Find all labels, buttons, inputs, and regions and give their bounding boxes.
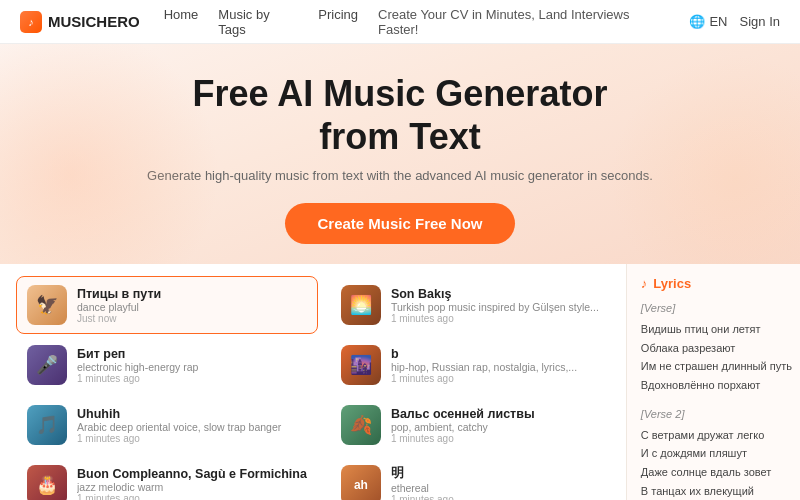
music-item-rap[interactable]: 🎤 Бит реп electronic high-energy rap 1 m… [16,336,318,394]
music-info-b: b hip-hop, Russian rap, nostalgia, lyric… [391,347,599,384]
music-info-son: Son Bakış Turkish pop music inspired by … [391,287,599,324]
music-item-waltz[interactable]: 🍂 Вальс осенней листвы pop, ambient, cat… [330,396,610,454]
nav-right: 🌐 EN Sign In [689,14,780,29]
music-tags-son: Turkish pop music inspired by Gülşen sty… [391,301,599,313]
lyrics-section-verse2: [Verse 2] С ветрами дружат легко И с дож… [641,405,800,500]
lyrics-label-verse2: [Verse 2] [641,405,800,424]
hero-title-line2: from Text [319,116,480,157]
thumb-rap: 🎤 [27,345,67,385]
music-item-b[interactable]: 🌆 b hip-hop, Russian rap, nostalgia, lyr… [330,336,610,394]
music-item-birds[interactable]: 🦅 Птицы в пути dance playful Just now [16,276,318,334]
cta-button[interactable]: Create Music Free Now [285,203,514,244]
hero-title: Free AI Music Generator from Text [20,72,780,158]
music-time-b: 1 minutes ago [391,373,599,384]
thumb-birds: 🦅 [27,285,67,325]
lyrics-line-v1-1: Видишь птиц они летят [641,320,800,339]
lyrics-line-v1-4: Вдохновлённо порхают [641,376,800,395]
music-title-rap: Бит реп [77,347,307,361]
signin-button[interactable]: Sign In [740,14,780,29]
lyrics-line-v2-2: И с дождями пляшут [641,444,800,463]
music-col-1: 🦅 Птицы в пути dance playful Just now 🎤 … [16,276,318,500]
music-note-icon: ♪ [641,276,648,291]
music-item-ah[interactable]: ah 明 ethereal 1 minutes ago [330,456,610,500]
music-col-2: 🌅 Son Bakış Turkish pop music inspired b… [330,276,610,500]
music-tags-waltz: pop, ambient, catchy [391,421,599,433]
music-list: 🦅 Птицы в пути dance playful Just now 🎤 … [0,264,626,500]
music-tags-rap: electronic high-energy rap [77,361,307,373]
music-tags-buon: jazz melodic warm [77,481,307,493]
nav-music-by-tags[interactable]: Music by Tags [218,7,298,37]
music-tags-birds: dance playful [77,301,307,313]
music-info-rap: Бит реп electronic high-energy rap 1 min… [77,347,307,384]
hero-section: Free AI Music Generator from Text Genera… [0,44,800,264]
music-item-son[interactable]: 🌅 Son Bakış Turkish pop music inspired b… [330,276,610,334]
music-title-son: Son Bakış [391,287,599,301]
music-info-birds: Птицы в пути dance playful Just now [77,287,307,324]
lyrics-label-verse1: [Verse] [641,299,800,318]
lyrics-line-v2-4: В танцах их влекущий [641,482,800,500]
music-title-ah: 明 [391,465,599,482]
music-title-birds: Птицы в пути [77,287,307,301]
thumb-waltz: 🍂 [341,405,381,445]
nav-links: Home Music by Tags Pricing Create Your C… [164,7,666,37]
music-tags-uhuhih: Arabic deep oriental voice, slow trap ba… [77,421,307,433]
music-title-waltz: Вальс осенней листвы [391,407,599,421]
lyrics-panel: ♪ Lyrics [Verse] Видишь птиц они летят О… [626,264,800,500]
hero-subtitle: Generate high-quality music from text wi… [20,168,780,183]
music-time-ah: 1 minutes ago [391,494,599,500]
lyrics-line-v2-1: С ветрами дружат легко [641,426,800,445]
music-title-b: b [391,347,599,361]
music-title-uhuhih: Uhuhih [77,407,307,421]
music-time-waltz: 1 minutes ago [391,433,599,444]
language-selector[interactable]: 🌐 EN [689,14,727,29]
hero-title-line1: Free AI Music Generator [193,73,608,114]
music-info-buon: Buon Compleanno, Sagù e Formichina jazz … [77,467,307,500]
nav-pricing[interactable]: Pricing [318,7,358,37]
lyrics-line-v1-2: Облака разрезают [641,339,800,358]
music-info-ah: 明 ethereal 1 minutes ago [391,465,599,500]
content-area: 🦅 Птицы в пути dance playful Just now 🎤 … [0,264,800,500]
lyrics-line-v1-3: Им не страшен длинный путь [641,357,800,376]
music-time-birds: Just now [77,313,307,324]
lyrics-line-v2-3: Даже солнце вдаль зовет [641,463,800,482]
thumb-buon: 🎂 [27,465,67,500]
thumb-son: 🌅 [341,285,381,325]
logo-icon: ♪ [20,11,42,33]
thumb-b: 🌆 [341,345,381,385]
logo[interactable]: ♪ MUSICHERO [20,11,140,33]
lang-label: EN [709,14,727,29]
music-info-waltz: Вальс осенней листвы pop, ambient, catch… [391,407,599,444]
lyrics-title: Lyrics [653,276,691,291]
music-item-uhuhih[interactable]: 🎵 Uhuhih Arabic deep oriental voice, slo… [16,396,318,454]
logo-text: MUSICHERO [48,13,140,30]
nav-home[interactable]: Home [164,7,199,37]
music-time-son: 1 minutes ago [391,313,599,324]
music-item-buon[interactable]: 🎂 Buon Compleanno, Sagù e Formichina jaz… [16,456,318,500]
navbar: ♪ MUSICHERO Home Music by Tags Pricing C… [0,0,800,44]
thumb-uhuhih: 🎵 [27,405,67,445]
thumb-ah: ah [341,465,381,500]
music-tags-b: hip-hop, Russian rap, nostalgia, lyrics,… [391,361,599,373]
music-time-uhuhih: 1 minutes ago [77,433,307,444]
lyrics-section-verse1: [Verse] Видишь птиц они летят Облака раз… [641,299,800,394]
globe-icon: 🌐 [689,14,705,29]
music-title-buon: Buon Compleanno, Sagù e Formichina [77,467,307,481]
lyrics-content: [Verse] Видишь птиц они летят Облака раз… [641,299,800,500]
music-info-uhuhih: Uhuhih Arabic deep oriental voice, slow … [77,407,307,444]
music-time-rap: 1 minutes ago [77,373,307,384]
list-columns: 🦅 Птицы в пути dance playful Just now 🎤 … [16,276,610,500]
lyrics-header: ♪ Lyrics [641,276,800,291]
music-time-buon: 1 minutes ago [77,493,307,500]
music-tags-ah: ethereal [391,482,599,494]
nav-cv-promo[interactable]: Create Your CV in Minutes, Land Intervie… [378,7,665,37]
